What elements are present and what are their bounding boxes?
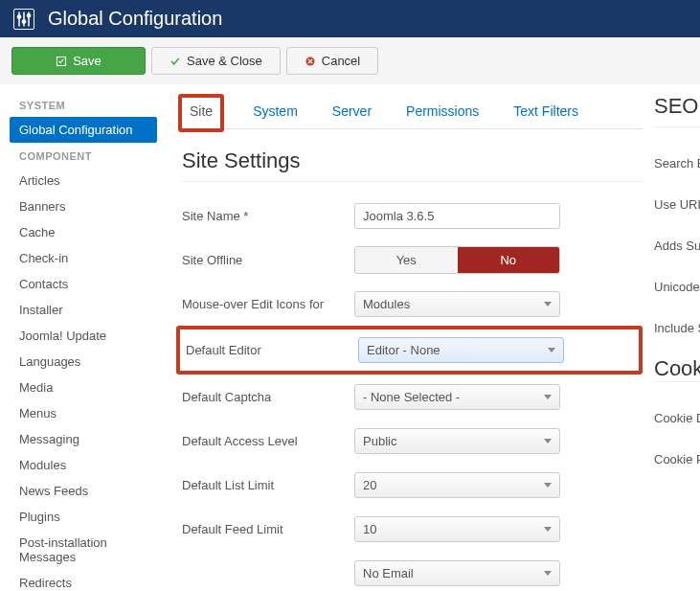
tab-server[interactable]: Server — [327, 98, 377, 128]
select-default-editor[interactable]: Editor - None — [358, 337, 564, 363]
sidebar-item-banners[interactable]: Banners — [10, 193, 163, 219]
sidebar-item-menus[interactable]: Menus — [10, 400, 163, 426]
radio-no[interactable]: No — [458, 247, 560, 273]
select-feed-email[interactable]: No Email — [354, 560, 560, 586]
sidebar-item-cache[interactable]: Cache — [10, 219, 163, 245]
chevron-down-icon — [544, 302, 552, 307]
sidebar-item-contacts[interactable]: Contacts — [10, 271, 163, 297]
sidebar-item-redirects[interactable]: Redirects — [10, 570, 163, 591]
apply-icon — [56, 56, 67, 67]
seo-item: Include Site — [654, 321, 700, 335]
page-header: Global Configuration — [0, 0, 700, 37]
label-default-editor: Default Editor — [186, 343, 358, 357]
select-mouse-over[interactable]: Modules — [354, 291, 560, 317]
sidebar-heading-component: COMPONENT — [10, 143, 163, 168]
seo-item: Use URL Rewriting — [654, 197, 700, 212]
row-site-name: Site Name * — [182, 201, 643, 230]
sidebar-item-global-configuration[interactable]: Global Configuration — [10, 117, 157, 143]
seo-title: SEO Settings — [654, 94, 700, 119]
label-site-name: Site Name * — [182, 209, 354, 223]
cancel-button[interactable]: Cancel — [286, 47, 378, 75]
tab-system[interactable]: System — [247, 98, 304, 128]
tabs: Site System Server Permissions Text Filt… — [182, 84, 643, 129]
input-site-name[interactable] — [354, 203, 560, 229]
row-site-offline: Site Offline Yes No — [182, 245, 643, 274]
sidebar-item-post-installation-messages[interactable]: Post-installation Messages — [10, 530, 163, 570]
select-default-access[interactable]: Public — [354, 428, 560, 454]
select-default-feed-limit[interactable]: 10 — [354, 516, 560, 542]
tab-site[interactable]: Site — [184, 98, 218, 128]
sidebar-item-messaging[interactable]: Messaging — [10, 426, 163, 452]
sidebar-item-media[interactable]: Media — [10, 375, 163, 400]
cancel-icon — [305, 56, 316, 67]
section-title: Site Settings — [182, 148, 643, 173]
row-default-list-limit: Default List Limit 20 — [182, 470, 643, 499]
divider — [654, 381, 700, 382]
page-title: Global Configuration — [48, 8, 222, 30]
svg-point-4 — [22, 19, 25, 22]
tab-site-highlight: Site — [178, 94, 224, 132]
label-default-captcha: Default Captcha — [182, 390, 354, 404]
chevron-down-icon — [544, 527, 552, 532]
cookie-title: Cookie Settings — [654, 356, 700, 381]
tab-text-filters[interactable]: Text Filters — [508, 98, 584, 128]
sidebar-item-modules[interactable]: Modules — [10, 452, 163, 478]
check-icon — [169, 56, 181, 67]
sidebar-item-languages[interactable]: Languages — [10, 349, 163, 375]
divider — [654, 126, 700, 127]
settings-sliders-icon — [13, 9, 34, 30]
row-feed-email: No Email — [182, 558, 643, 587]
cookie-item: Cookie Path — [654, 452, 700, 466]
main-content: Site System Server Permissions Text Filt… — [163, 84, 643, 591]
chevron-down-icon — [544, 571, 552, 576]
seo-item: Unicode Aliases — [654, 280, 700, 294]
sidebar-item-articles[interactable]: Articles — [10, 168, 163, 193]
chevron-down-icon — [544, 395, 552, 399]
label-site-offline: Site Offline — [182, 253, 354, 267]
label-default-access: Default Access Level — [182, 434, 354, 448]
svg-point-3 — [17, 14, 20, 17]
sidebar-item-installer[interactable]: Installer — [10, 297, 163, 323]
radio-yes[interactable]: Yes — [355, 247, 458, 273]
select-default-list-limit[interactable]: 20 — [354, 472, 560, 498]
seo-item: Adds Suffix — [654, 239, 700, 253]
chevron-down-icon — [548, 348, 555, 352]
label-default-list-limit: Default List Limit — [182, 478, 354, 492]
row-mouse-over: Mouse-over Edit Icons for Modules — [182, 289, 643, 318]
toolbar: Save Save & Close Cancel — [0, 37, 700, 84]
label-default-feed-limit: Default Feed Limit — [182, 522, 354, 536]
row-default-feed-limit: Default Feed Limit 10 — [182, 514, 643, 543]
row-default-editor-highlight: Default Editor Editor - None — [176, 326, 643, 375]
cookie-item: Cookie Domain — [654, 411, 700, 425]
row-default-access: Default Access Level Public — [182, 426, 643, 455]
save-close-button[interactable]: Save & Close — [151, 47, 281, 75]
sidebar-item-news-feeds[interactable]: News Feeds — [10, 478, 163, 504]
save-button[interactable]: Save — [11, 47, 146, 75]
sidebar: SYSTEM Global Configuration COMPONENT Ar… — [0, 84, 163, 591]
divider — [182, 181, 643, 182]
sidebar-heading-system: SYSTEM — [10, 92, 163, 117]
radio-site-offline: Yes No — [354, 246, 560, 274]
right-column: SEO Settings Search Engine Use URL Rewri… — [643, 84, 700, 591]
tab-permissions[interactable]: Permissions — [400, 98, 485, 128]
chevron-down-icon — [544, 439, 552, 443]
row-default-captcha: Default Captcha - None Selected - — [182, 382, 643, 411]
select-default-captcha[interactable]: - None Selected - — [354, 384, 560, 410]
sidebar-item-plugins[interactable]: Plugins — [10, 504, 163, 530]
seo-item: Search Engine — [654, 156, 700, 170]
sidebar-item-check-in[interactable]: Check-in — [10, 245, 163, 271]
sidebar-item-joomla-update[interactable]: Joomla! Update — [10, 323, 163, 349]
label-mouse-over: Mouse-over Edit Icons for — [182, 297, 354, 311]
chevron-down-icon — [544, 483, 552, 488]
svg-point-5 — [27, 13, 30, 16]
